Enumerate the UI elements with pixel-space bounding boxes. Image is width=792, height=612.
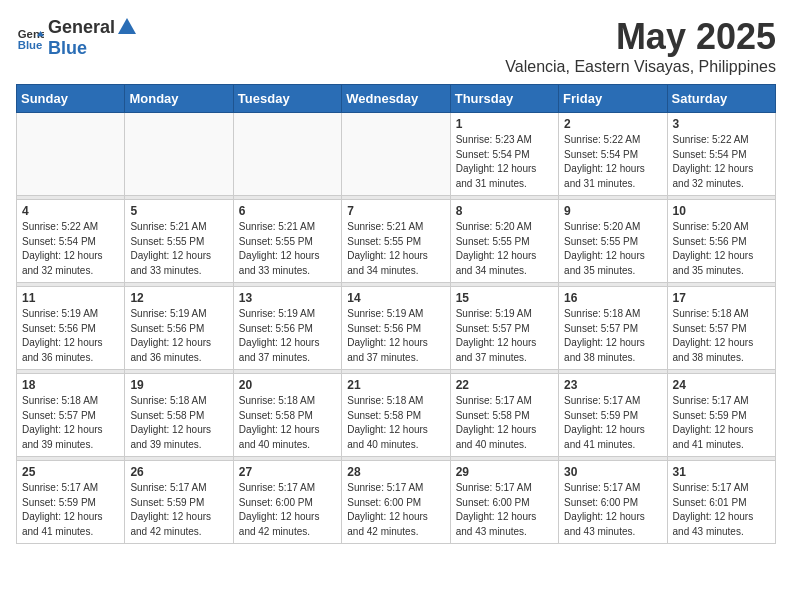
day-number: 23 (564, 378, 661, 392)
calendar-day-empty (342, 113, 450, 196)
day-number: 6 (239, 204, 336, 218)
day-number: 7 (347, 204, 444, 218)
calendar-day-2: 2Sunrise: 5:22 AM Sunset: 5:54 PM Daylig… (559, 113, 667, 196)
weekday-header-wednesday: Wednesday (342, 85, 450, 113)
calendar-day-13: 13Sunrise: 5:19 AM Sunset: 5:56 PM Dayli… (233, 287, 341, 370)
calendar-day-empty (233, 113, 341, 196)
day-info: Sunrise: 5:17 AM Sunset: 6:00 PM Dayligh… (456, 481, 553, 539)
calendar-day-18: 18Sunrise: 5:18 AM Sunset: 5:57 PM Dayli… (17, 374, 125, 457)
day-number: 9 (564, 204, 661, 218)
calendar-day-empty (17, 113, 125, 196)
day-info: Sunrise: 5:21 AM Sunset: 5:55 PM Dayligh… (130, 220, 227, 278)
calendar-day-12: 12Sunrise: 5:19 AM Sunset: 5:56 PM Dayli… (125, 287, 233, 370)
day-info: Sunrise: 5:17 AM Sunset: 5:58 PM Dayligh… (456, 394, 553, 452)
calendar-day-14: 14Sunrise: 5:19 AM Sunset: 5:56 PM Dayli… (342, 287, 450, 370)
day-info: Sunrise: 5:17 AM Sunset: 5:59 PM Dayligh… (564, 394, 661, 452)
day-info: Sunrise: 5:17 AM Sunset: 6:00 PM Dayligh… (564, 481, 661, 539)
calendar-week-3: 11Sunrise: 5:19 AM Sunset: 5:56 PM Dayli… (17, 287, 776, 370)
calendar-day-31: 31Sunrise: 5:17 AM Sunset: 6:01 PM Dayli… (667, 461, 775, 544)
calendar-day-20: 20Sunrise: 5:18 AM Sunset: 5:58 PM Dayli… (233, 374, 341, 457)
day-number: 22 (456, 378, 553, 392)
calendar-day-8: 8Sunrise: 5:20 AM Sunset: 5:55 PM Daylig… (450, 200, 558, 283)
day-number: 30 (564, 465, 661, 479)
weekday-header-friday: Friday (559, 85, 667, 113)
day-info: Sunrise: 5:17 AM Sunset: 5:59 PM Dayligh… (673, 394, 770, 452)
day-info: Sunrise: 5:19 AM Sunset: 5:57 PM Dayligh… (456, 307, 553, 365)
day-number: 26 (130, 465, 227, 479)
calendar-day-24: 24Sunrise: 5:17 AM Sunset: 5:59 PM Dayli… (667, 374, 775, 457)
day-number: 20 (239, 378, 336, 392)
day-info: Sunrise: 5:18 AM Sunset: 5:57 PM Dayligh… (564, 307, 661, 365)
calendar-day-30: 30Sunrise: 5:17 AM Sunset: 6:00 PM Dayli… (559, 461, 667, 544)
day-number: 25 (22, 465, 119, 479)
calendar-day-26: 26Sunrise: 5:17 AM Sunset: 5:59 PM Dayli… (125, 461, 233, 544)
day-number: 27 (239, 465, 336, 479)
calendar-day-25: 25Sunrise: 5:17 AM Sunset: 5:59 PM Dayli… (17, 461, 125, 544)
calendar-week-1: 1Sunrise: 5:23 AM Sunset: 5:54 PM Daylig… (17, 113, 776, 196)
day-info: Sunrise: 5:17 AM Sunset: 6:01 PM Dayligh… (673, 481, 770, 539)
day-number: 28 (347, 465, 444, 479)
calendar-day-22: 22Sunrise: 5:17 AM Sunset: 5:58 PM Dayli… (450, 374, 558, 457)
day-number: 24 (673, 378, 770, 392)
day-number: 29 (456, 465, 553, 479)
day-number: 18 (22, 378, 119, 392)
calendar-day-9: 9Sunrise: 5:20 AM Sunset: 5:55 PM Daylig… (559, 200, 667, 283)
day-info: Sunrise: 5:19 AM Sunset: 5:56 PM Dayligh… (130, 307, 227, 365)
weekday-header-row: SundayMondayTuesdayWednesdayThursdayFrid… (17, 85, 776, 113)
logo: General Blue General Blue (16, 16, 139, 59)
day-number: 8 (456, 204, 553, 218)
calendar-day-3: 3Sunrise: 5:22 AM Sunset: 5:54 PM Daylig… (667, 113, 775, 196)
calendar-day-16: 16Sunrise: 5:18 AM Sunset: 5:57 PM Dayli… (559, 287, 667, 370)
day-number: 19 (130, 378, 227, 392)
calendar-day-1: 1Sunrise: 5:23 AM Sunset: 5:54 PM Daylig… (450, 113, 558, 196)
calendar-day-23: 23Sunrise: 5:17 AM Sunset: 5:59 PM Dayli… (559, 374, 667, 457)
day-info: Sunrise: 5:19 AM Sunset: 5:56 PM Dayligh… (347, 307, 444, 365)
day-info: Sunrise: 5:19 AM Sunset: 5:56 PM Dayligh… (239, 307, 336, 365)
logo-general-text: General (48, 17, 115, 38)
day-number: 3 (673, 117, 770, 131)
logo-icon: General Blue (16, 24, 44, 52)
calendar-day-empty (125, 113, 233, 196)
month-title: May 2025 (505, 16, 776, 58)
day-info: Sunrise: 5:17 AM Sunset: 6:00 PM Dayligh… (347, 481, 444, 539)
day-number: 11 (22, 291, 119, 305)
calendar-day-21: 21Sunrise: 5:18 AM Sunset: 5:58 PM Dayli… (342, 374, 450, 457)
day-number: 31 (673, 465, 770, 479)
day-info: Sunrise: 5:20 AM Sunset: 5:55 PM Dayligh… (564, 220, 661, 278)
day-info: Sunrise: 5:19 AM Sunset: 5:56 PM Dayligh… (22, 307, 119, 365)
calendar-week-5: 25Sunrise: 5:17 AM Sunset: 5:59 PM Dayli… (17, 461, 776, 544)
weekday-header-thursday: Thursday (450, 85, 558, 113)
calendar-table: SundayMondayTuesdayWednesdayThursdayFrid… (16, 84, 776, 544)
day-info: Sunrise: 5:20 AM Sunset: 5:55 PM Dayligh… (456, 220, 553, 278)
svg-marker-3 (118, 18, 136, 34)
weekday-header-sunday: Sunday (17, 85, 125, 113)
day-info: Sunrise: 5:20 AM Sunset: 5:56 PM Dayligh… (673, 220, 770, 278)
calendar-day-7: 7Sunrise: 5:21 AM Sunset: 5:55 PM Daylig… (342, 200, 450, 283)
calendar-day-19: 19Sunrise: 5:18 AM Sunset: 5:58 PM Dayli… (125, 374, 233, 457)
calendar-week-4: 18Sunrise: 5:18 AM Sunset: 5:57 PM Dayli… (17, 374, 776, 457)
day-number: 2 (564, 117, 661, 131)
day-number: 5 (130, 204, 227, 218)
title-block: May 2025 Valencia, Eastern Visayas, Phil… (505, 16, 776, 76)
day-info: Sunrise: 5:18 AM Sunset: 5:57 PM Dayligh… (22, 394, 119, 452)
day-info: Sunrise: 5:18 AM Sunset: 5:58 PM Dayligh… (239, 394, 336, 452)
day-number: 4 (22, 204, 119, 218)
day-number: 13 (239, 291, 336, 305)
svg-text:Blue: Blue (18, 38, 43, 50)
day-number: 21 (347, 378, 444, 392)
day-info: Sunrise: 5:18 AM Sunset: 5:58 PM Dayligh… (130, 394, 227, 452)
day-number: 12 (130, 291, 227, 305)
day-number: 14 (347, 291, 444, 305)
calendar-day-15: 15Sunrise: 5:19 AM Sunset: 5:57 PM Dayli… (450, 287, 558, 370)
calendar-day-28: 28Sunrise: 5:17 AM Sunset: 6:00 PM Dayli… (342, 461, 450, 544)
day-info: Sunrise: 5:17 AM Sunset: 5:59 PM Dayligh… (130, 481, 227, 539)
calendar-day-6: 6Sunrise: 5:21 AM Sunset: 5:55 PM Daylig… (233, 200, 341, 283)
day-info: Sunrise: 5:17 AM Sunset: 5:59 PM Dayligh… (22, 481, 119, 539)
day-info: Sunrise: 5:22 AM Sunset: 5:54 PM Dayligh… (564, 133, 661, 191)
calendar-day-5: 5Sunrise: 5:21 AM Sunset: 5:55 PM Daylig… (125, 200, 233, 283)
calendar-day-29: 29Sunrise: 5:17 AM Sunset: 6:00 PM Dayli… (450, 461, 558, 544)
weekday-header-monday: Monday (125, 85, 233, 113)
calendar-day-27: 27Sunrise: 5:17 AM Sunset: 6:00 PM Dayli… (233, 461, 341, 544)
logo-flag-icon (116, 16, 138, 38)
day-info: Sunrise: 5:21 AM Sunset: 5:55 PM Dayligh… (239, 220, 336, 278)
